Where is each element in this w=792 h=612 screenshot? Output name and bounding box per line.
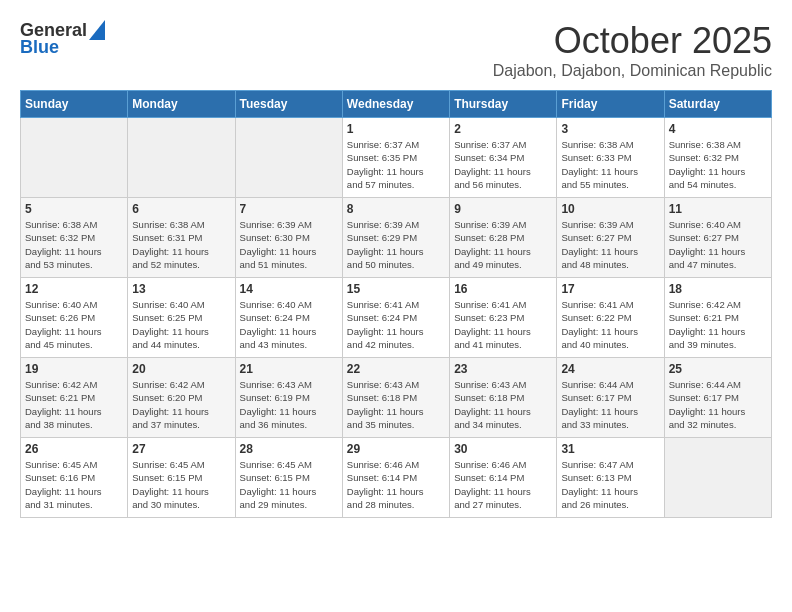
calendar-table: SundayMondayTuesdayWednesdayThursdayFrid… [20,90,772,518]
day-number: 2 [454,122,552,136]
calendar-cell: 23Sunrise: 6:43 AM Sunset: 6:18 PM Dayli… [450,358,557,438]
calendar-cell: 1Sunrise: 6:37 AM Sunset: 6:35 PM Daylig… [342,118,449,198]
calendar-cell: 18Sunrise: 6:42 AM Sunset: 6:21 PM Dayli… [664,278,771,358]
weekday-header-wednesday: Wednesday [342,91,449,118]
calendar-cell: 30Sunrise: 6:46 AM Sunset: 6:14 PM Dayli… [450,438,557,518]
calendar-cell: 20Sunrise: 6:42 AM Sunset: 6:20 PM Dayli… [128,358,235,438]
day-info: Sunrise: 6:45 AM Sunset: 6:16 PM Dayligh… [25,458,123,511]
day-number: 7 [240,202,338,216]
day-number: 19 [25,362,123,376]
calendar-cell [235,118,342,198]
calendar-cell: 26Sunrise: 6:45 AM Sunset: 6:16 PM Dayli… [21,438,128,518]
day-info: Sunrise: 6:42 AM Sunset: 6:21 PM Dayligh… [669,298,767,351]
calendar-cell [128,118,235,198]
day-number: 17 [561,282,659,296]
day-info: Sunrise: 6:41 AM Sunset: 6:24 PM Dayligh… [347,298,445,351]
page-header: General Blue October 2025 Dajabon, Dajab… [20,20,772,80]
calendar-cell: 31Sunrise: 6:47 AM Sunset: 6:13 PM Dayli… [557,438,664,518]
day-number: 20 [132,362,230,376]
logo-triangle-icon [89,20,105,40]
day-info: Sunrise: 6:39 AM Sunset: 6:28 PM Dayligh… [454,218,552,271]
day-number: 24 [561,362,659,376]
calendar-cell: 9Sunrise: 6:39 AM Sunset: 6:28 PM Daylig… [450,198,557,278]
day-number: 3 [561,122,659,136]
calendar-cell [664,438,771,518]
calendar-week-row: 26Sunrise: 6:45 AM Sunset: 6:16 PM Dayli… [21,438,772,518]
day-number: 12 [25,282,123,296]
day-number: 30 [454,442,552,456]
day-info: Sunrise: 6:38 AM Sunset: 6:32 PM Dayligh… [25,218,123,271]
calendar-cell: 7Sunrise: 6:39 AM Sunset: 6:30 PM Daylig… [235,198,342,278]
day-number: 23 [454,362,552,376]
calendar-cell: 13Sunrise: 6:40 AM Sunset: 6:25 PM Dayli… [128,278,235,358]
calendar-cell: 21Sunrise: 6:43 AM Sunset: 6:19 PM Dayli… [235,358,342,438]
calendar-cell: 6Sunrise: 6:38 AM Sunset: 6:31 PM Daylig… [128,198,235,278]
day-number: 14 [240,282,338,296]
weekday-header-row: SundayMondayTuesdayWednesdayThursdayFrid… [21,91,772,118]
calendar-cell: 8Sunrise: 6:39 AM Sunset: 6:29 PM Daylig… [342,198,449,278]
day-info: Sunrise: 6:39 AM Sunset: 6:27 PM Dayligh… [561,218,659,271]
calendar-week-row: 19Sunrise: 6:42 AM Sunset: 6:21 PM Dayli… [21,358,772,438]
day-info: Sunrise: 6:41 AM Sunset: 6:22 PM Dayligh… [561,298,659,351]
day-info: Sunrise: 6:37 AM Sunset: 6:34 PM Dayligh… [454,138,552,191]
weekday-header-thursday: Thursday [450,91,557,118]
day-number: 16 [454,282,552,296]
day-number: 21 [240,362,338,376]
day-info: Sunrise: 6:45 AM Sunset: 6:15 PM Dayligh… [240,458,338,511]
calendar-cell: 24Sunrise: 6:44 AM Sunset: 6:17 PM Dayli… [557,358,664,438]
day-info: Sunrise: 6:38 AM Sunset: 6:33 PM Dayligh… [561,138,659,191]
calendar-cell: 10Sunrise: 6:39 AM Sunset: 6:27 PM Dayli… [557,198,664,278]
calendar-cell: 2Sunrise: 6:37 AM Sunset: 6:34 PM Daylig… [450,118,557,198]
day-info: Sunrise: 6:41 AM Sunset: 6:23 PM Dayligh… [454,298,552,351]
day-number: 13 [132,282,230,296]
weekday-header-sunday: Sunday [21,91,128,118]
calendar-cell: 14Sunrise: 6:40 AM Sunset: 6:24 PM Dayli… [235,278,342,358]
calendar-cell: 19Sunrise: 6:42 AM Sunset: 6:21 PM Dayli… [21,358,128,438]
day-info: Sunrise: 6:47 AM Sunset: 6:13 PM Dayligh… [561,458,659,511]
day-info: Sunrise: 6:42 AM Sunset: 6:20 PM Dayligh… [132,378,230,431]
day-number: 29 [347,442,445,456]
calendar-cell [21,118,128,198]
day-info: Sunrise: 6:40 AM Sunset: 6:27 PM Dayligh… [669,218,767,271]
day-number: 1 [347,122,445,136]
day-info: Sunrise: 6:43 AM Sunset: 6:18 PM Dayligh… [454,378,552,431]
calendar-cell: 4Sunrise: 6:38 AM Sunset: 6:32 PM Daylig… [664,118,771,198]
day-number: 31 [561,442,659,456]
day-info: Sunrise: 6:40 AM Sunset: 6:25 PM Dayligh… [132,298,230,351]
day-number: 10 [561,202,659,216]
day-info: Sunrise: 6:39 AM Sunset: 6:30 PM Dayligh… [240,218,338,271]
calendar-cell: 22Sunrise: 6:43 AM Sunset: 6:18 PM Dayli… [342,358,449,438]
day-info: Sunrise: 6:44 AM Sunset: 6:17 PM Dayligh… [669,378,767,431]
day-number: 15 [347,282,445,296]
calendar-cell: 15Sunrise: 6:41 AM Sunset: 6:24 PM Dayli… [342,278,449,358]
logo: General Blue [20,20,105,58]
calendar-cell: 29Sunrise: 6:46 AM Sunset: 6:14 PM Dayli… [342,438,449,518]
day-number: 5 [25,202,123,216]
calendar-cell: 12Sunrise: 6:40 AM Sunset: 6:26 PM Dayli… [21,278,128,358]
location-title: Dajabon, Dajabon, Dominican Republic [493,62,772,80]
calendar-cell: 28Sunrise: 6:45 AM Sunset: 6:15 PM Dayli… [235,438,342,518]
day-info: Sunrise: 6:37 AM Sunset: 6:35 PM Dayligh… [347,138,445,191]
day-info: Sunrise: 6:43 AM Sunset: 6:19 PM Dayligh… [240,378,338,431]
day-number: 22 [347,362,445,376]
day-number: 11 [669,202,767,216]
calendar-cell: 16Sunrise: 6:41 AM Sunset: 6:23 PM Dayli… [450,278,557,358]
day-info: Sunrise: 6:43 AM Sunset: 6:18 PM Dayligh… [347,378,445,431]
day-number: 4 [669,122,767,136]
day-number: 8 [347,202,445,216]
weekday-header-tuesday: Tuesday [235,91,342,118]
calendar-cell: 17Sunrise: 6:41 AM Sunset: 6:22 PM Dayli… [557,278,664,358]
svg-marker-0 [89,20,105,40]
weekday-header-friday: Friday [557,91,664,118]
calendar-week-row: 12Sunrise: 6:40 AM Sunset: 6:26 PM Dayli… [21,278,772,358]
day-number: 25 [669,362,767,376]
day-info: Sunrise: 6:45 AM Sunset: 6:15 PM Dayligh… [132,458,230,511]
day-info: Sunrise: 6:38 AM Sunset: 6:31 PM Dayligh… [132,218,230,271]
day-info: Sunrise: 6:46 AM Sunset: 6:14 PM Dayligh… [454,458,552,511]
day-info: Sunrise: 6:46 AM Sunset: 6:14 PM Dayligh… [347,458,445,511]
day-number: 18 [669,282,767,296]
day-number: 28 [240,442,338,456]
day-number: 26 [25,442,123,456]
weekday-header-saturday: Saturday [664,91,771,118]
day-info: Sunrise: 6:40 AM Sunset: 6:26 PM Dayligh… [25,298,123,351]
